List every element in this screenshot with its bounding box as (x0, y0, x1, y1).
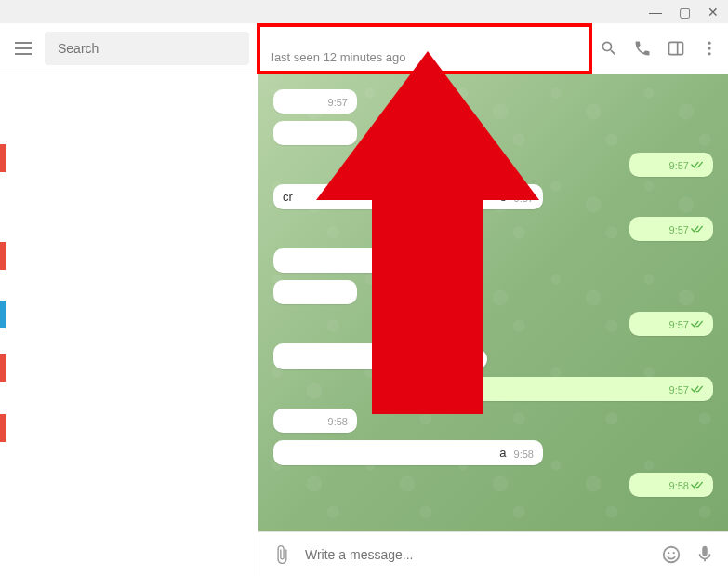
chat-list-indicator (0, 242, 6, 270)
svg-rect-2 (15, 53, 32, 55)
outgoing-message[interactable]: 9:57 (273, 377, 713, 401)
svg-rect-1 (15, 47, 32, 49)
message-bubble (273, 280, 357, 304)
incoming-message[interactable]: 9:58 (273, 409, 713, 433)
last-seen-status: last seen 12 minutes ago (271, 50, 577, 64)
svg-point-11 (673, 552, 675, 554)
chat-list-indicator (0, 144, 6, 172)
message-time: 9:58 (514, 449, 534, 460)
reaction-badge[interactable]: 👍 (467, 349, 487, 369)
svg-rect-0 (15, 42, 32, 44)
chat-header-highlight[interactable]: last seen 12 minutes ago (257, 23, 592, 74)
message-input[interactable] (305, 547, 648, 562)
message-time: 9:57 (669, 319, 704, 330)
message-bubble: 9:57 (443, 377, 713, 401)
message-bubble: 9:57 (629, 153, 713, 177)
message-time: 9:57 (328, 97, 348, 108)
message-bubble: 9:57 (273, 89, 357, 114)
message-time: 9:58 (328, 416, 348, 427)
message-text (283, 254, 442, 267)
microphone-icon (695, 544, 715, 565)
search-input[interactable] (45, 32, 249, 65)
chat-area: 9:579:57crs9:579:579:579:579:57👍9:579:58… (258, 74, 728, 576)
app-header: last seen 12 minutes ago (0, 23, 728, 74)
incoming-message[interactable]: 9:57 (273, 248, 713, 273)
incoming-message[interactable]: 9:57👍 (273, 343, 713, 369)
paperclip-icon (271, 544, 292, 565)
hamburger-icon (15, 42, 32, 55)
message-text (283, 414, 321, 427)
minimize-button[interactable]: — (649, 5, 662, 20)
incoming-message[interactable] (273, 280, 713, 304)
main-content: 9:579:57crs9:579:579:579:579:57👍9:579:58… (0, 74, 728, 576)
message-time: 9:57 (449, 353, 469, 364)
message-text (283, 351, 442, 364)
header-actions (600, 39, 719, 58)
message-text (283, 95, 321, 108)
message-bubble: 9:57 (629, 312, 713, 336)
search-container (45, 32, 249, 65)
message-text (639, 158, 662, 171)
outgoing-message[interactable]: 9:57 (273, 217, 713, 241)
message-bubble: a9:58 (273, 440, 543, 465)
message-text: cr (283, 190, 493, 204)
message-time: 9:58 (669, 480, 704, 491)
message-bubble: 9:57 (629, 217, 713, 241)
svg-point-5 (708, 42, 710, 45)
message-text (283, 127, 348, 140)
message-text (283, 286, 348, 299)
svg-point-9 (664, 546, 680, 562)
outgoing-message[interactable]: 9:58 (273, 473, 713, 497)
sidebar-toggle-button[interactable] (667, 39, 685, 58)
panel-icon (667, 39, 685, 58)
voice-button[interactable] (695, 544, 715, 565)
incoming-message[interactable] (273, 121, 713, 145)
message-text (639, 317, 662, 330)
message-bubble: 9:57 (273, 343, 478, 369)
more-vertical-icon (700, 39, 719, 58)
chat-list-indicator (0, 354, 6, 382)
chat-list-sidebar[interactable] (0, 74, 258, 576)
smile-icon (661, 544, 682, 565)
message-bubble: 9:58 (273, 409, 357, 433)
emoji-button[interactable] (661, 544, 682, 565)
message-bubble: crs9:57 (273, 184, 543, 209)
outgoing-message[interactable]: 9:57 (273, 312, 713, 336)
message-text (453, 382, 662, 395)
menu-button[interactable] (9, 34, 37, 62)
message-text: a (283, 446, 507, 460)
message-time: 9:57 (669, 224, 704, 235)
incoming-message[interactable]: 9:57 (273, 89, 713, 114)
window-titlebar: — ▢ ✕ (0, 0, 728, 23)
incoming-message[interactable]: crs9:57 (273, 184, 713, 209)
message-text (639, 222, 662, 235)
attach-button[interactable] (271, 544, 292, 565)
message-time: 9:57 (449, 256, 469, 267)
message-bubble: 9:58 (629, 473, 713, 497)
message-text (639, 478, 662, 491)
message-compose-bar (258, 531, 728, 576)
more-button[interactable] (700, 39, 719, 58)
incoming-message[interactable]: a9:58 (273, 440, 713, 465)
svg-point-6 (708, 47, 710, 49)
maximize-button[interactable]: ▢ (679, 5, 691, 20)
message-time: 9:57 (514, 193, 534, 204)
message-time: 9:57 (669, 160, 704, 171)
phone-icon (633, 39, 652, 58)
outgoing-message[interactable]: 9:57 (273, 153, 713, 177)
call-button[interactable] (633, 39, 652, 58)
svg-point-7 (708, 52, 710, 55)
svg-point-10 (668, 552, 669, 554)
message-list[interactable]: 9:579:57crs9:579:579:579:579:57👍9:579:58… (258, 74, 728, 576)
chat-list-indicator (0, 414, 6, 442)
search-icon (600, 39, 618, 58)
close-button[interactable]: ✕ (708, 5, 719, 20)
message-bubble (273, 121, 357, 145)
svg-rect-3 (669, 42, 683, 54)
message-bubble: 9:57 (273, 248, 478, 273)
chat-list-indicator (0, 301, 6, 328)
message-time: 9:57 (669, 384, 704, 395)
search-chat-button[interactable] (600, 39, 618, 58)
